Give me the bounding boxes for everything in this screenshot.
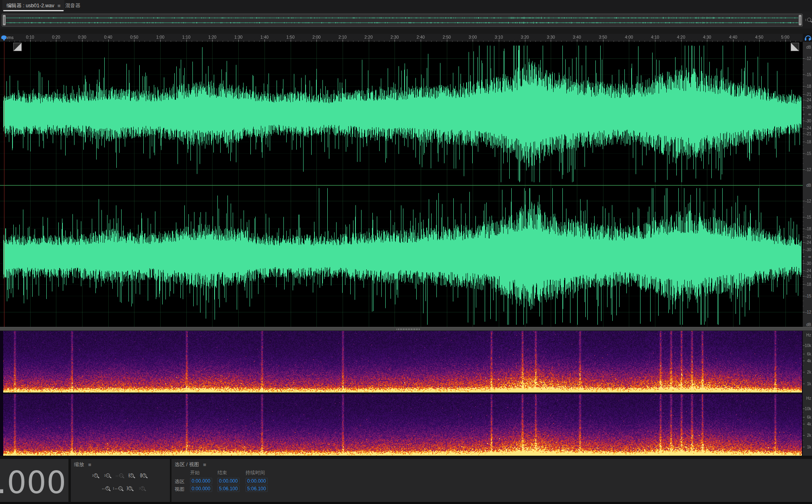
hz-scale-tick xyxy=(803,409,805,409)
monitor-box[interactable] xyxy=(803,34,812,42)
hz-scale-tick xyxy=(803,412,804,413)
db-scale-label: -12 xyxy=(806,198,811,203)
db-scale-tick xyxy=(803,225,804,225)
waveform-display[interactable] xyxy=(0,42,803,327)
db-scale-tick xyxy=(803,64,804,65)
zoom-in-at-out-point-button[interactable]: }+ xyxy=(124,483,135,493)
zoom-reset-button[interactable]: ↕↔− xyxy=(112,483,123,493)
ruler-tick-label: 4:00 xyxy=(625,35,633,39)
ruler-tick-label: 3:50 xyxy=(599,35,607,39)
ruler-tick-label: 5:00 xyxy=(781,35,789,39)
ruler-tick-label: 4:10 xyxy=(651,35,659,39)
time-value-field[interactable]: 0:00.000 xyxy=(217,478,240,484)
magnifier-icon: − xyxy=(119,473,123,477)
zoom-in-amplitude-button[interactable]: ↕+ xyxy=(89,470,100,480)
time-value-field[interactable]: 5:06.100 xyxy=(217,485,240,492)
db-scale-tick xyxy=(803,120,804,120)
magnifier-icon: + xyxy=(105,486,110,490)
ruler-tick-label: 0:20 xyxy=(52,35,60,39)
db-scale-tick xyxy=(803,242,805,243)
navigator-left-handle[interactable] xyxy=(2,14,6,26)
hz-scale-tick xyxy=(803,417,805,417)
layout-corner-toggle-left-icon[interactable] xyxy=(13,43,22,51)
bottom-gutter xyxy=(0,456,812,459)
selection-panel-menu-icon[interactable]: ≡ xyxy=(203,462,206,467)
playhead-line xyxy=(4,42,4,327)
db-scale-tick xyxy=(803,272,804,273)
time-value-field[interactable]: 0:00.000 xyxy=(190,478,212,484)
tab-mixer[interactable]: 混音器 xyxy=(60,0,85,11)
ruler-tick-label: 1:20 xyxy=(208,35,216,39)
hz-scale-label: 4k xyxy=(807,358,811,363)
db-scale-tick xyxy=(803,301,804,301)
db-scale-tick xyxy=(803,306,804,306)
tab-editor-label: 编辑器 : usb01-2.wav xyxy=(6,2,54,9)
ruler-tick-label: 2:30 xyxy=(391,35,399,39)
ruler-tick-label: 1:40 xyxy=(260,35,269,39)
db-scale-tick xyxy=(803,96,804,97)
db-scale-tick xyxy=(803,312,805,312)
time-value-field[interactable]: 0:00.000 xyxy=(190,485,212,492)
db-scale-label: -15 xyxy=(806,293,811,298)
ruler-tick-label: 3:20 xyxy=(521,35,529,39)
db-scale-tick xyxy=(803,149,804,149)
zoom-in-time-button[interactable]: ↔+ xyxy=(100,483,111,493)
db-scale-tick xyxy=(803,125,804,126)
playhead-time-readout[interactable]: .000 xyxy=(0,465,66,500)
db-scale-tick xyxy=(803,281,804,282)
hz-scale-tick xyxy=(803,349,804,349)
db-scale-tick xyxy=(803,271,805,271)
spectrogram-display[interactable] xyxy=(3,331,802,456)
ruler-tick-label: 2:20 xyxy=(364,35,372,39)
layout-corner-toggle-right-icon[interactable] xyxy=(791,43,799,51)
navigator-right-handle[interactable] xyxy=(798,14,802,26)
panel-tab-bar: 编辑器 : usb01-2.wav ≡ 混音器 xyxy=(0,0,812,12)
ruler-tick-label: 0:10 xyxy=(26,35,34,39)
time-value-field[interactable]: 5:06.100 xyxy=(246,485,268,492)
hz-scale-label: 2k xyxy=(807,433,811,438)
spectrogram-view[interactable] xyxy=(0,331,803,456)
db-scale-tick xyxy=(803,83,804,83)
db-scale-tick xyxy=(803,104,804,104)
hz-scale-tick xyxy=(803,357,804,357)
zoom-in-at-in-point-button[interactable]: {+ xyxy=(126,470,136,480)
selection-view-panel: 选区 / 视图 ≡ 开始结束持续时间选区0:00.0000:00.0000:00… xyxy=(171,459,812,502)
db-scale-tick xyxy=(803,86,805,87)
bottom-panel-band: .000 缩放 ≡ ↕+↕−↔−{+{}+ ↔+↕↔−}+↕+ 选区 / 视图 … xyxy=(0,459,812,502)
navigator-zoom-icon[interactable]: ↕ xyxy=(805,16,811,23)
zoom-out-amplitude-button[interactable]: ↕− xyxy=(101,470,112,480)
ruler-tick-label: 4:30 xyxy=(703,35,711,39)
view-splitter[interactable] xyxy=(0,327,812,331)
db-scale-tick xyxy=(803,201,805,201)
hz-scale-label: 4k xyxy=(807,421,811,426)
zoom-to-selection-button[interactable]: {}+ xyxy=(138,470,149,480)
db-scale-tick xyxy=(803,246,804,247)
selection-column-header: 结束 xyxy=(217,469,227,476)
db-scale-tick xyxy=(803,121,805,121)
zoom-panel-menu-icon[interactable]: ≡ xyxy=(88,462,91,467)
frequency-hz-scale[interactable]: Hz10k6k4k2k1kHz10k6k4k2k1k xyxy=(803,331,812,456)
db-scale-tick xyxy=(803,261,804,262)
tab-editor[interactable]: 编辑器 : usb01-2.wav ≡ xyxy=(2,0,64,11)
amplitude-db-scale[interactable]: dBdBdB∞-12-12-15-15-18-18-21-21-24-24-30… xyxy=(803,42,812,327)
ruler-tick-label: 1:50 xyxy=(286,35,294,39)
db-scale-label: -15 xyxy=(806,151,811,155)
db-scale-tick xyxy=(803,123,804,123)
time-value-field[interactable]: 0:00.000 xyxy=(246,478,268,484)
navigator-range-bar[interactable] xyxy=(2,14,803,27)
timeline-ruler[interactable]: hms 0:100:200:300:400:501:001:101:201:30… xyxy=(0,34,803,42)
db-scale-label: -21 xyxy=(806,274,811,279)
db-scale-tick xyxy=(803,264,804,265)
db-scale-tick xyxy=(803,153,805,154)
db-scale-tick xyxy=(803,274,804,275)
waveform-editor[interactable] xyxy=(0,42,803,327)
db-scale-label: -18 xyxy=(806,84,811,88)
db-scale-tick xyxy=(803,269,804,269)
ruler-tick-label: 4:50 xyxy=(755,35,763,39)
playhead-marker[interactable] xyxy=(1,35,6,39)
ruler-tick-label: 0:40 xyxy=(104,35,112,39)
zoom-buttons-row-2: ↔+↕↔−}+↕+ xyxy=(100,483,147,493)
splitter-grip[interactable] xyxy=(397,328,420,330)
db-scale-tick xyxy=(803,217,805,217)
status-bar xyxy=(0,502,812,504)
